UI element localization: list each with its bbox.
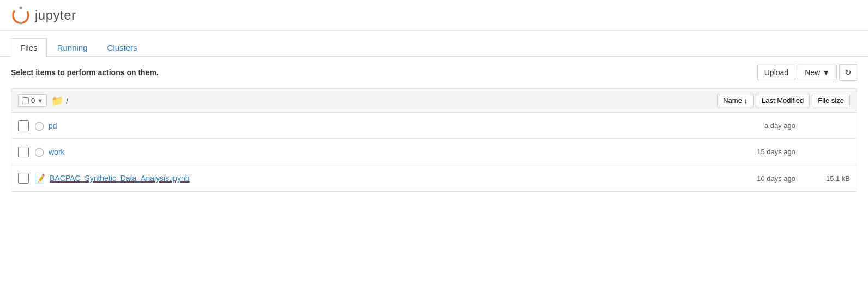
folder-icon: 📁 [51, 95, 63, 107]
select-dropdown-arrow[interactable]: ▼ [37, 98, 43, 104]
upload-button[interactable]: Upload [757, 65, 795, 80]
sort-file-size-button[interactable]: File size [812, 94, 850, 107]
table-row: ◯ work 15 days ago [11, 139, 857, 165]
select-all-container[interactable]: 0 ▼ [18, 94, 47, 107]
header: jupyter [0, 0, 868, 31]
file-link-notebook[interactable]: BACPAC_Synthetic_Data_Analysis.ipynb [50, 174, 697, 183]
refresh-button[interactable]: ↻ [839, 64, 857, 81]
file-size-notebook: 15.1 kB [806, 174, 850, 183]
jupyter-logo-icon [11, 5, 31, 25]
app-title: jupyter [35, 8, 76, 23]
select-label: Select items to perform actions on them. [11, 68, 159, 77]
sort-last-modified-button[interactable]: Last Modified [756, 94, 810, 107]
file-link-pd[interactable]: pd [49, 121, 697, 130]
chevron-down-icon: ▼ [822, 68, 830, 77]
table-row: ◯ pd a day ago [11, 113, 857, 139]
folder-icon-pd: ◯ [34, 120, 44, 131]
file-link-work[interactable]: work [49, 148, 697, 156]
file-browser: 0 ▼ 📁 / Name ↓ Last Modified File size ◯… [11, 88, 857, 192]
file-modified-work: 15 days ago [697, 148, 806, 156]
browser-header: 0 ▼ 📁 / Name ↓ Last Modified File size [11, 89, 857, 113]
new-button[interactable]: New ▼ [798, 65, 837, 80]
toolbar-buttons: Upload New ▼ ↻ [757, 64, 857, 81]
row-checkbox-work[interactable] [18, 147, 29, 157]
logo-container: jupyter [11, 5, 76, 25]
svg-point-2 [20, 21, 22, 24]
tab-clusters[interactable]: Clusters [98, 38, 147, 57]
selected-count: 0 [31, 96, 35, 105]
refresh-icon: ↻ [845, 68, 852, 77]
svg-point-1 [20, 6, 22, 9]
folder-icon-work: ◯ [34, 147, 44, 157]
file-modified-pd: a day ago [697, 121, 806, 130]
select-all-checkbox[interactable] [22, 97, 29, 104]
tab-files[interactable]: Files [11, 38, 47, 57]
table-row: 📝 BACPAC_Synthetic_Data_Analysis.ipynb 1… [11, 165, 857, 191]
tabs-bar: Files Running Clusters [0, 31, 868, 57]
toolbar-row: Select items to perform actions on them.… [0, 57, 868, 88]
file-modified-notebook: 10 days ago [697, 174, 806, 183]
current-path: 📁 / [51, 95, 68, 107]
row-checkbox-notebook[interactable] [18, 173, 29, 184]
path-slash: / [66, 96, 68, 105]
browser-header-right: Name ↓ Last Modified File size [717, 94, 850, 107]
sort-name-button[interactable]: Name ↓ [717, 94, 754, 107]
notebook-icon: 📝 [34, 173, 45, 184]
browser-header-left: 0 ▼ 📁 / [18, 94, 717, 107]
tab-running[interactable]: Running [48, 38, 97, 57]
row-checkbox-pd[interactable] [18, 120, 29, 131]
